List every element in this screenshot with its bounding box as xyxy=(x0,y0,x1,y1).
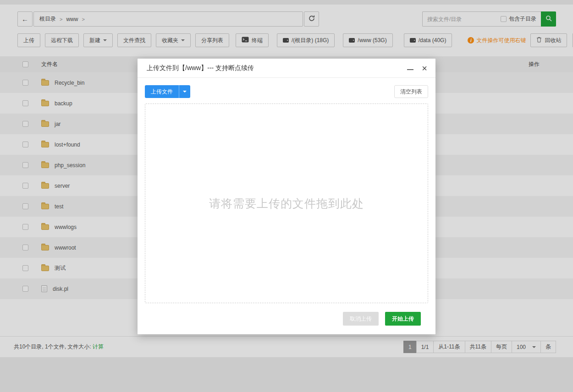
upload-file-button[interactable]: 上传文件 xyxy=(145,85,179,98)
upload-dialog-title: 上传文件到【/www】--- 支持断点续传 xyxy=(147,64,254,72)
upload-dialog-body: 上传文件 清空列表 请将需要上传的文件拖到此处 取消上传 开始上传 xyxy=(138,78,435,326)
clear-list-button[interactable]: 清空列表 xyxy=(394,85,428,98)
minimize-icon[interactable] xyxy=(407,69,413,70)
chevron-down-icon xyxy=(183,91,187,93)
close-icon[interactable]: × xyxy=(422,64,427,73)
cancel-upload-button[interactable]: 取消上传 xyxy=(343,312,379,326)
upload-dropzone[interactable]: 请将需要上传的文件拖到此处 xyxy=(145,103,428,303)
start-upload-button[interactable]: 开始上传 xyxy=(385,312,421,326)
upload-file-split-button: 上传文件 xyxy=(145,85,190,98)
dropzone-hint-text: 请将需要上传的文件拖到此处 xyxy=(209,196,364,211)
upload-dialog-footer: 取消上传 开始上传 xyxy=(145,303,428,326)
upload-file-dropdown-button[interactable] xyxy=(179,85,190,98)
upload-dialog-header: 上传文件到【/www】--- 支持断点续传 × xyxy=(138,59,435,78)
upload-dialog: 上传文件到【/www】--- 支持断点续传 × 上传文件 清空列表 请将需要上传… xyxy=(138,59,435,334)
